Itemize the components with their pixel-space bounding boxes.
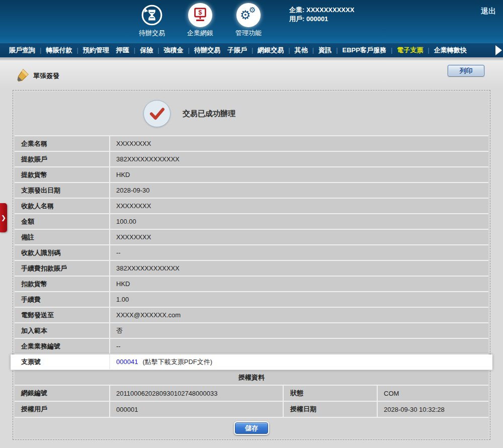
cheque-download-hint: (點擊下載支票PDF文件) (142, 357, 212, 367)
quick-link-management-functions[interactable]: ⚙ ⚙ 管理功能 (226, 3, 271, 38)
quick-link-label: 待辦交易 (139, 29, 165, 38)
success-message: 交易已成功辦理 (183, 109, 235, 119)
nav-item-mpf[interactable]: 強積金 (153, 46, 183, 55)
table-row-debit-currency: 提款貨幣 HKD (15, 167, 488, 183)
nav-item-ebanking-transactions[interactable]: 網銀交易 (247, 46, 284, 55)
enterprise-id: 企業: XXXXXXXXXXX (289, 6, 354, 15)
save-area: 儲存 (15, 418, 488, 438)
monitor-dollar-icon: $ (188, 3, 212, 27)
table-row-fee-currency: 扣款貨幣 HKD (15, 277, 488, 292)
nav-item-information[interactable]: 資訊 (308, 46, 331, 55)
table-row-fee-debit-account: 手續費扣款賬戶 382XXXXXXXXXXXX (15, 261, 488, 277)
nav-item-bills[interactable]: 押匯 (109, 46, 129, 55)
table-row-cheque-issue-date: 支票發出日期 2028-09-30 (15, 183, 488, 199)
side-panel-toggle[interactable]: ❯ (0, 203, 7, 232)
nav-item-pending-transactions[interactable]: 待辦交易 (184, 46, 220, 55)
quick-link-label: 企業網銀 (187, 29, 213, 38)
user-id: 用戶: 000001 (289, 15, 354, 24)
quick-link-corporate-ebanking[interactable]: $ 企業網銀 (178, 3, 222, 38)
gears-icon: ⚙ ⚙ (236, 3, 261, 27)
result-panel: 交易已成功辦理 企業名稱 XXXXXXXX 提款賬戶 382XXXXXXXXXX… (13, 90, 490, 440)
table-row-remarks: 備註 XXXXXXXX (15, 230, 488, 245)
quick-links: 待辦交易 $ 企業網銀 ⚙ ⚙ 管理功能 (130, 3, 271, 38)
nav-item-others[interactable]: 其他 (284, 46, 307, 55)
table-row-payee-name: 收款人名稱 XXXXXXXX (15, 199, 488, 214)
table-row-enterprise-name: 企業名稱 XXXXXXXX (15, 136, 488, 152)
nav-item-ebpp-customer-service[interactable]: EBPP客戶服務 (331, 46, 386, 55)
nav-item-account-inquiry[interactable]: 賬戶查詢 (9, 46, 35, 55)
page-title: 單張簽發 (33, 71, 59, 80)
logout-button[interactable]: 退出 (481, 7, 496, 16)
authorization-section-title: 授權資料 (15, 370, 488, 386)
nav-item-e-cheque[interactable]: 電子支票 (386, 46, 423, 55)
table-row-email-to: 電郵發送至 XXXX@XXXXXX.com (15, 308, 488, 323)
auth-row-reference: 網銀編號 2011000620280930102748000033 狀態 COM (15, 386, 488, 402)
hourglass-sync-icon (140, 3, 164, 27)
cheque-pdf-download-link[interactable]: 000041 (116, 358, 138, 366)
save-button[interactable]: 儲存 (235, 422, 268, 434)
nav-item-insurance[interactable]: 保險 (129, 46, 153, 55)
success-check-icon (143, 100, 171, 127)
table-row-debit-account: 提款賬戶 382XXXXXXXXXXXX (15, 152, 488, 167)
chevron-right-icon: ❯ (1, 214, 6, 221)
table-row-handling-fee: 手續費 1.00 (15, 292, 488, 308)
print-button[interactable]: 列印 (448, 65, 484, 76)
nav-more-arrow-icon[interactable] (495, 45, 502, 55)
auth-row-user: 授權用戶 000001 授權日期 2028-09-30 10:32:28 (15, 402, 488, 418)
table-row-payee-identifier: 收款人識別碼 -- (15, 245, 488, 261)
top-header: 待辦交易 $ 企業網銀 ⚙ ⚙ 管理功能 企業: XXXXXXXXXXX 用戶: (0, 0, 503, 43)
quick-link-pending-transactions[interactable]: 待辦交易 (130, 3, 174, 38)
table-row-add-template: 加入範本 否 (15, 323, 488, 339)
table-row-business-number: 企業業務編號 -- (15, 339, 488, 354)
nav-item-sub-account[interactable]: 子賬戶 (220, 46, 247, 55)
success-banner: 交易已成功辦理 (15, 92, 488, 136)
table-row-cheque-number: 支票號 000041 (點擊下載支票PDF文件) (11, 354, 492, 370)
quick-link-label: 管理功能 (235, 29, 262, 38)
nav-item-transfer-payment[interactable]: 轉賬付款 (35, 46, 72, 55)
main-nav: 賬戶查詢 轉賬付款 預約管理 押匯 保險 強積金 待辦交易 子賬戶 網銀交易 其… (0, 43, 503, 57)
table-row-amount: 金額 100.00 (15, 214, 488, 230)
pen-seal-icon (17, 68, 30, 84)
nav-item-schedule-management[interactable]: 預約管理 (72, 46, 109, 55)
nav-item-corporate-fps[interactable]: 企業轉數快 (423, 46, 466, 55)
session-info: 企業: XXXXXXXXXXX 用戶: 000001 (289, 6, 354, 24)
title-bar: 單張簽發 列印 (0, 60, 503, 88)
svg-text:$: $ (199, 9, 202, 16)
